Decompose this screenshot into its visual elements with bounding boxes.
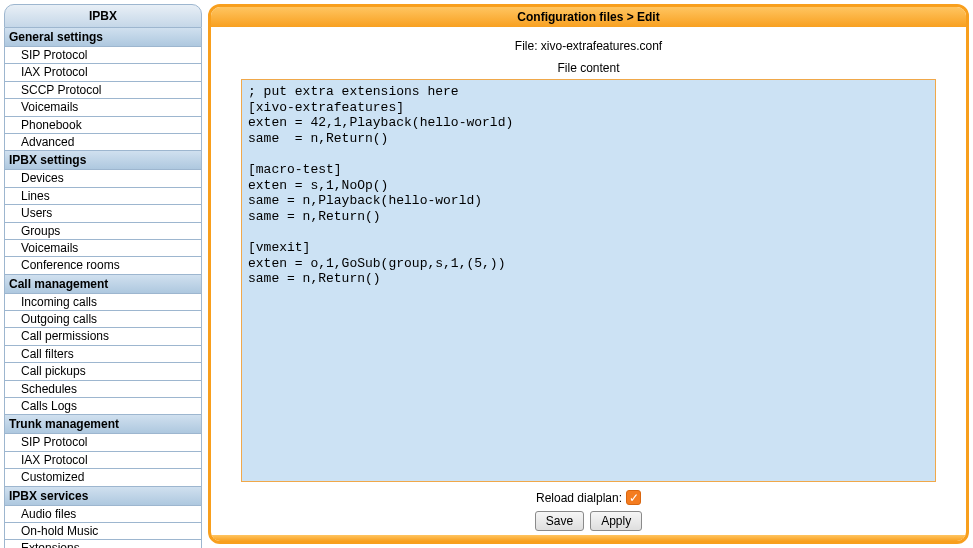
main-panel: Configuration files > Edit File: xivo-ex… bbox=[208, 4, 969, 544]
sidebar: IPBX General settingsSIP ProtocolIAX Pro… bbox=[4, 4, 202, 544]
reload-dialplan-checkbox[interactable]: ✓ bbox=[626, 490, 641, 505]
apply-button[interactable]: Apply bbox=[590, 511, 642, 531]
sidebar-item-users[interactable]: Users bbox=[4, 205, 202, 222]
reload-dialplan-row: Reload dialplan: ✓ bbox=[536, 490, 641, 505]
footer-accent-bar bbox=[211, 535, 966, 541]
sidebar-item-sip-protocol[interactable]: SIP Protocol bbox=[4, 47, 202, 64]
sidebar-item-call-pickups[interactable]: Call pickups bbox=[4, 363, 202, 380]
section-header: Call management bbox=[4, 275, 202, 294]
section-header: Trunk management bbox=[4, 415, 202, 434]
file-name-label: File: xivo-extrafeatures.conf bbox=[515, 39, 662, 53]
section-header: IPBX services bbox=[4, 487, 202, 506]
save-button[interactable]: Save bbox=[535, 511, 584, 531]
sidebar-item-schedules[interactable]: Schedules bbox=[4, 381, 202, 398]
sidebar-item-sip-protocol[interactable]: SIP Protocol bbox=[4, 434, 202, 451]
sidebar-item-calls-logs[interactable]: Calls Logs bbox=[4, 398, 202, 415]
button-row: Save Apply bbox=[535, 511, 642, 531]
sidebar-item-voicemails[interactable]: Voicemails bbox=[4, 240, 202, 257]
sidebar-item-incoming-calls[interactable]: Incoming calls bbox=[4, 294, 202, 311]
file-content-textarea[interactable] bbox=[241, 79, 936, 482]
sidebar-item-lines[interactable]: Lines bbox=[4, 188, 202, 205]
section-header: IPBX settings bbox=[4, 151, 202, 170]
sidebar-item-sccp-protocol[interactable]: SCCP Protocol bbox=[4, 82, 202, 99]
reload-dialplan-label: Reload dialplan: bbox=[536, 491, 622, 505]
sidebar-item-devices[interactable]: Devices bbox=[4, 170, 202, 187]
sidebar-item-phonebook[interactable]: Phonebook bbox=[4, 117, 202, 134]
sidebar-item-conference-rooms[interactable]: Conference rooms bbox=[4, 257, 202, 274]
sidebar-item-groups[interactable]: Groups bbox=[4, 223, 202, 240]
sidebar-item-iax-protocol[interactable]: IAX Protocol bbox=[4, 452, 202, 469]
breadcrumb: Configuration files > Edit bbox=[211, 7, 966, 27]
sidebar-item-call-filters[interactable]: Call filters bbox=[4, 346, 202, 363]
sidebar-item-customized[interactable]: Customized bbox=[4, 469, 202, 486]
sidebar-item-call-permissions[interactable]: Call permissions bbox=[4, 328, 202, 345]
sidebar-item-outgoing-calls[interactable]: Outgoing calls bbox=[4, 311, 202, 328]
main-body: File: xivo-extrafeatures.conf File conte… bbox=[211, 27, 966, 535]
file-content-label: File content bbox=[557, 61, 619, 75]
sidebar-item-extensions[interactable]: Extensions bbox=[4, 540, 202, 548]
sidebar-title: IPBX bbox=[4, 4, 202, 28]
sidebar-item-voicemails[interactable]: Voicemails bbox=[4, 99, 202, 116]
sidebar-item-iax-protocol[interactable]: IAX Protocol bbox=[4, 64, 202, 81]
sidebar-item-audio-files[interactable]: Audio files bbox=[4, 506, 202, 523]
sidebar-item-advanced[interactable]: Advanced bbox=[4, 134, 202, 151]
section-header: General settings bbox=[4, 28, 202, 47]
sidebar-item-on-hold-music[interactable]: On-hold Music bbox=[4, 523, 202, 540]
